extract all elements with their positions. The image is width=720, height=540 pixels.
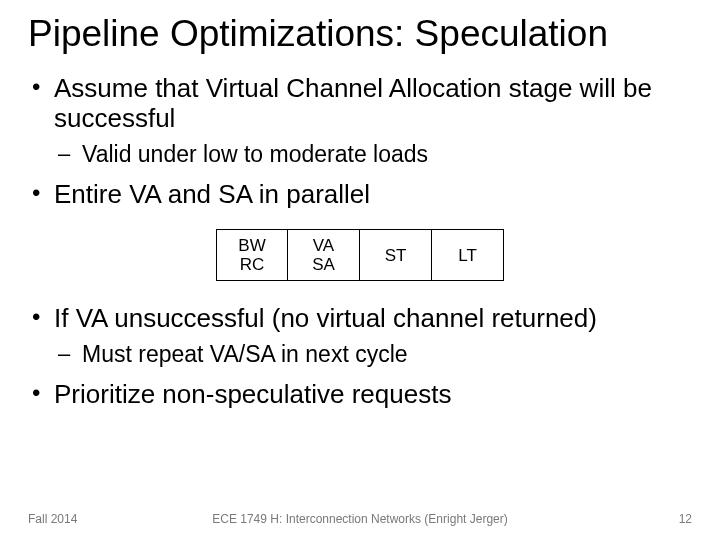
stage-label: LT <box>458 246 477 266</box>
bullet-text: Assume that Virtual Channel Allocation s… <box>54 73 652 134</box>
sub-bullet-list: Must repeat VA/SA in next cycle <box>54 340 692 369</box>
bullet-text: Prioritize non-speculative requests <box>54 379 451 409</box>
bullet-list: If VA unsuccessful (no virtual channel r… <box>28 303 692 409</box>
sub-bullet-list: Valid under low to moderate loads <box>54 140 692 169</box>
stage-st: ST <box>360 229 432 281</box>
slide-title: Pipeline Optimizations: Speculation <box>28 14 692 55</box>
bullet-item: Prioritize non-speculative requests <box>28 379 692 410</box>
footer-center: ECE 1749 H: Interconnection Networks (En… <box>0 512 720 526</box>
footer: Fall 2014 ECE 1749 H: Interconnection Ne… <box>0 512 720 526</box>
pipeline-diagram: BW RC VA SA ST LT <box>28 229 692 281</box>
bullet-text: If VA unsuccessful (no virtual channel r… <box>54 303 597 333</box>
stage-label: RC <box>240 255 265 275</box>
sub-bullet-text: Valid under low to moderate loads <box>82 141 428 167</box>
stage-label: ST <box>385 246 407 266</box>
bullet-item: If VA unsuccessful (no virtual channel r… <box>28 303 692 368</box>
stage-label: SA <box>312 255 335 275</box>
sub-bullet-text: Must repeat VA/SA in next cycle <box>82 341 408 367</box>
bullet-item: Entire VA and SA in parallel <box>28 179 692 210</box>
bullet-text: Entire VA and SA in parallel <box>54 179 370 209</box>
stage-grid: BW RC VA SA ST LT <box>216 229 504 281</box>
stage-label: BW <box>238 236 265 256</box>
slide: Pipeline Optimizations: Speculation Assu… <box>0 0 720 540</box>
stage-lt: LT <box>432 229 504 281</box>
sub-bullet-item: Must repeat VA/SA in next cycle <box>54 340 692 369</box>
sub-bullet-item: Valid under low to moderate loads <box>54 140 692 169</box>
stage-label: VA <box>313 236 334 256</box>
stage-bw-rc: BW RC <box>216 229 288 281</box>
bullet-item: Assume that Virtual Channel Allocation s… <box>28 73 692 169</box>
stage-va-sa: VA SA <box>288 229 360 281</box>
bullet-list: Assume that Virtual Channel Allocation s… <box>28 73 692 210</box>
